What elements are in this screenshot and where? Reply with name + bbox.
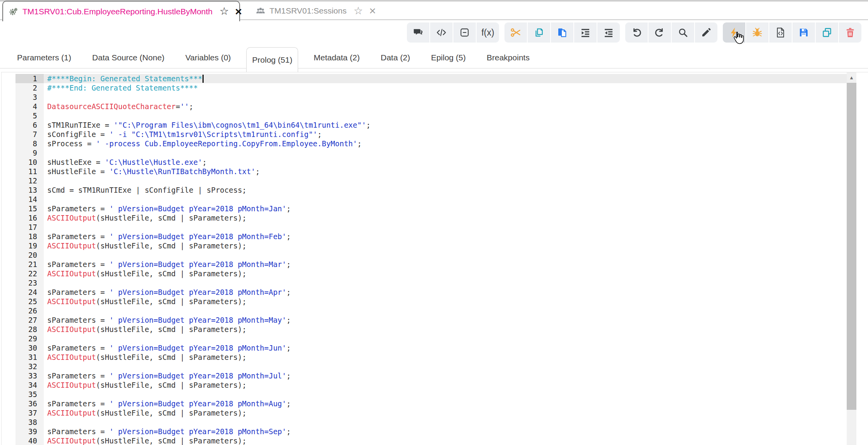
search-button[interactable] [672, 22, 694, 43]
line-number[interactable]: 25 [15, 297, 44, 306]
code-line[interactable]: 10sHustleExe = 'C:\Hustle\Hustle.exe'; [2, 157, 847, 167]
code-line[interactable]: 16ASCIIOutput(sHustleFile, sCmd | sParam… [2, 213, 847, 222]
code-line[interactable]: 13sCmd = sTM1RunTIExe | sConfigFile | sP… [2, 185, 847, 195]
line-number[interactable]: 23 [15, 278, 44, 288]
line-number[interactable]: 38 [15, 418, 44, 427]
line-number[interactable]: 37 [15, 408, 44, 418]
line-number[interactable]: 2 [15, 83, 44, 92]
line-number[interactable]: 26 [15, 306, 44, 315]
edit-button[interactable] [695, 22, 717, 43]
code-line[interactable]: 35 [2, 390, 847, 399]
duplicate-button[interactable] [816, 22, 838, 43]
code-line[interactable]: 25ASCIIOutput(sHustleFile, sCmd | sParam… [2, 297, 847, 306]
delete-button[interactable] [839, 22, 861, 43]
line-number[interactable]: 13 [15, 185, 44, 195]
tab-metadata[interactable]: Metadata (2) [308, 47, 365, 68]
collapse-button[interactable] [453, 22, 476, 43]
code-line[interactable]: 9 [2, 148, 847, 157]
favorite-star-icon[interactable]: ☆ [220, 6, 229, 17]
line-number[interactable]: 22 [15, 269, 44, 278]
code-line[interactable]: 34ASCIIOutput(sHustleFile, sCmd | sParam… [2, 380, 847, 390]
line-number[interactable]: 30 [15, 343, 44, 353]
close-tab-icon[interactable]: × [369, 6, 376, 15]
line-number[interactable]: 11 [15, 167, 44, 176]
tab-variables[interactable]: Variables (0) [180, 47, 237, 68]
code-line[interactable]: 5 [2, 111, 847, 120]
line-number[interactable]: 20 [15, 250, 44, 260]
code-line[interactable]: 8sProcess = ' -process Cub.EmployeeRepor… [2, 139, 847, 148]
code-line[interactable]: 2#****End: Generated Statements**** [2, 83, 847, 92]
line-number[interactable]: 9 [15, 148, 44, 157]
code-line[interactable]: 7sConfigFile = ' -i "C:\TM1\tm1srv01\Scr… [2, 130, 847, 139]
code-line[interactable]: 28ASCIIOutput(sHustleFile, sCmd | sParam… [2, 325, 847, 334]
line-number[interactable]: 8 [15, 139, 44, 148]
code-line[interactable]: 20 [2, 250, 847, 260]
code-line[interactable]: 18sParameters = ' pVersion=Budget pYear=… [2, 232, 847, 241]
line-number[interactable]: 10 [15, 157, 44, 167]
favorite-star-icon[interactable]: ☆ [353, 6, 363, 16]
code-line[interactable]: 39sParameters = ' pVersion=Budget pYear=… [2, 427, 847, 436]
document-tab[interactable]: TM1SRV01:Sessions☆× [252, 2, 380, 19]
line-number[interactable]: 17 [15, 222, 44, 232]
tab-parameters[interactable]: Parameters (1) [12, 47, 77, 68]
code-line[interactable]: 22ASCIIOutput(sHustleFile, sCmd | sParam… [2, 269, 847, 278]
line-number[interactable]: 6 [15, 120, 44, 130]
debug-button[interactable] [746, 22, 769, 43]
undo-button[interactable] [625, 22, 648, 43]
code-line[interactable]: 15sParameters = ' pVersion=Budget pYear=… [2, 204, 847, 213]
tab-epilog[interactable]: Epilog (5) [425, 47, 471, 68]
line-number[interactable]: 24 [15, 288, 44, 297]
paste-button[interactable] [551, 22, 573, 43]
line-number[interactable]: 12 [15, 176, 44, 185]
outdent-button[interactable] [597, 22, 620, 43]
line-number[interactable]: 32 [15, 362, 44, 371]
code-line[interactable]: 11sHustleFile = 'C:\Hustle\RunTIBatchByM… [2, 167, 847, 176]
code-line[interactable]: 12 [2, 176, 847, 185]
tab-breakpoints[interactable]: Breakpoints [481, 47, 535, 68]
line-number[interactable]: 4 [15, 102, 44, 111]
tab-data-source[interactable]: Data Source (None) [87, 47, 170, 68]
line-number[interactable]: 35 [15, 390, 44, 399]
close-tab-icon[interactable]: × [235, 7, 242, 16]
line-number[interactable]: 28 [15, 325, 44, 334]
code-line[interactable]: 40ASCIIOutput(sHustleFile, sCmd | sParam… [2, 436, 847, 445]
code-line[interactable]: 33sParameters = ' pVersion=Budget pYear=… [2, 371, 847, 380]
code-line[interactable]: 30sParameters = ' pVersion=Budget pYear=… [2, 343, 847, 353]
view-source-button[interactable] [769, 22, 792, 43]
run-button[interactable] [723, 22, 745, 43]
vertical-scrollbar[interactable]: ▲ [847, 72, 856, 445]
line-number[interactable]: 31 [15, 353, 44, 362]
line-number[interactable]: 21 [15, 260, 44, 269]
line-number[interactable]: 18 [15, 232, 44, 241]
line-number[interactable]: 1 [15, 74, 44, 83]
line-number[interactable]: 5 [15, 111, 44, 120]
line-number[interactable]: 40 [15, 436, 44, 445]
code-editor[interactable]: 1#****Begin: Generated Statements***2#**… [1, 72, 868, 445]
comment-button[interactable] [407, 22, 429, 43]
line-number[interactable]: 3 [15, 92, 44, 102]
code-line[interactable]: 26 [2, 306, 847, 315]
line-number[interactable]: 27 [15, 315, 44, 325]
code-line[interactable]: 27sParameters = ' pVersion=Budget pYear=… [2, 315, 847, 325]
document-tab-active[interactable]: TM1SRV01:Cub.EmployeeReporting.HustleByM… [2, 1, 240, 21]
line-number[interactable]: 33 [15, 371, 44, 380]
indent-button[interactable] [574, 22, 597, 43]
code-line[interactable]: 21sParameters = ' pVersion=Budget pYear=… [2, 260, 847, 269]
code-line[interactable]: 24sParameters = ' pVersion=Budget pYear=… [2, 288, 847, 297]
code-line[interactable]: 6sTM1RunTIExe = '"C:\Program Files\ibm\c… [2, 120, 847, 130]
code-line[interactable]: 4DatasourceASCIIQuoteCharacter=''; [2, 102, 847, 111]
code-line[interactable]: 17 [2, 222, 847, 232]
code-line[interactable]: 29 [2, 334, 847, 343]
code-line[interactable]: 1#****Begin: Generated Statements*** [2, 74, 847, 83]
redo-button[interactable] [648, 22, 671, 43]
code-line[interactable]: 19ASCIIOutput(sHustleFile, sCmd | sParam… [2, 241, 847, 250]
line-number[interactable]: 15 [15, 204, 44, 213]
code-line[interactable]: 14 [2, 195, 847, 204]
code-line[interactable]: 36sParameters = ' pVersion=Budget pYear=… [2, 399, 847, 408]
function-wizard-button[interactable]: f(x) [477, 22, 499, 43]
scrollbar-thumb[interactable] [847, 83, 856, 410]
cut-button[interactable] [504, 22, 527, 43]
code-line[interactable]: 32 [2, 362, 847, 371]
line-number[interactable]: 39 [15, 427, 44, 436]
code-view-button[interactable] [430, 22, 453, 43]
